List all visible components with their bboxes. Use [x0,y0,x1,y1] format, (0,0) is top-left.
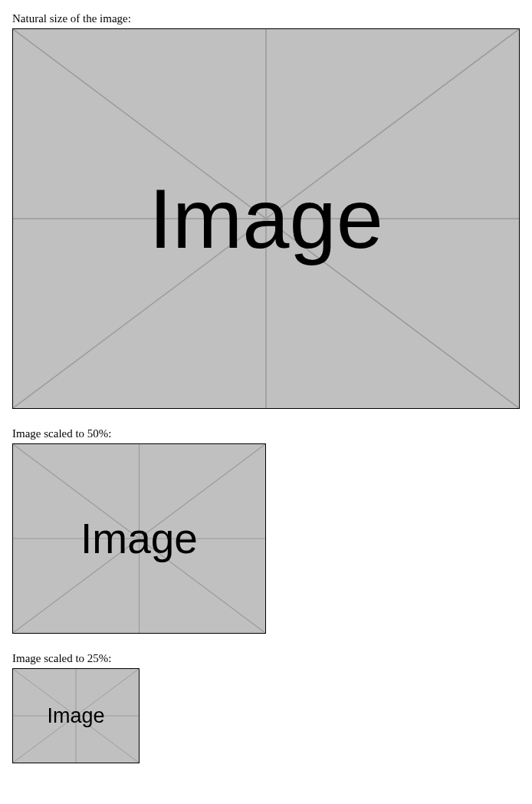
caption-natural-size: Natural size of the image: [12,12,520,25]
section-scaled-25: Image scaled to 25%: Image [12,652,520,763]
image-placeholder-50: Image [12,443,266,634]
image-placeholder-100: Image [12,28,520,409]
section-natural-size: Natural size of the image: Image [12,12,520,409]
caption-scaled-50: Image scaled to 50%: [12,427,520,440]
placeholder-label: Image [80,518,198,560]
placeholder-label: Image [149,176,383,261]
caption-scaled-25: Image scaled to 25%: [12,652,520,665]
image-placeholder-25: Image [12,668,140,763]
section-scaled-50: Image scaled to 50%: Image [12,427,520,634]
placeholder-label: Image [47,706,104,727]
